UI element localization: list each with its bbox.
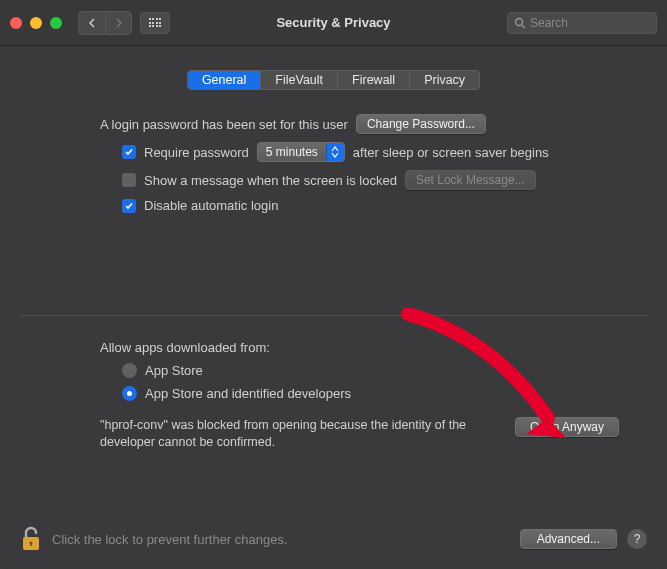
advanced-button[interactable]: Advanced... [520, 529, 617, 549]
close-window-button[interactable] [10, 17, 22, 29]
tab-privacy[interactable]: Privacy [409, 71, 479, 89]
require-password-label: Require password [144, 145, 249, 160]
require-password-checkbox[interactable] [122, 145, 136, 159]
change-password-button[interactable]: Change Password... [356, 114, 486, 134]
show-all-button[interactable] [140, 12, 170, 34]
password-delay-select[interactable]: 5 minutes [257, 142, 345, 162]
window-controls [10, 17, 62, 29]
search-icon [514, 17, 526, 29]
tab-filevault[interactable]: FileVault [260, 71, 337, 89]
search-input[interactable] [530, 16, 650, 30]
content-area: General FileVault Firewall Privacy A log… [0, 46, 667, 525]
lock-hint-text: Click the lock to prevent further change… [52, 532, 288, 547]
radio-identified-devs-label: App Store and identified developers [145, 386, 351, 401]
tab-general[interactable]: General [188, 71, 260, 89]
stepper-icon [326, 143, 344, 161]
nav-back-forward [78, 11, 132, 35]
after-sleep-label: after sleep or screen saver begins [353, 145, 549, 160]
search-field[interactable] [507, 12, 657, 34]
login-password-section: A login password has been set for this u… [20, 90, 647, 316]
preferences-window: Security & Privacy General FileVault Fir… [0, 0, 667, 569]
radio-app-store[interactable] [122, 363, 137, 378]
zoom-window-button[interactable] [50, 17, 62, 29]
svg-point-0 [516, 18, 523, 25]
radio-identified-devs[interactable] [122, 386, 137, 401]
titlebar: Security & Privacy [0, 0, 667, 46]
open-anyway-button[interactable]: Open Anyway [515, 417, 619, 437]
tab-firewall[interactable]: Firewall [337, 71, 409, 89]
gatekeeper-section: Allow apps downloaded from: App Store Ap… [20, 316, 647, 465]
show-message-label: Show a message when the screen is locked [144, 173, 397, 188]
nav-forward-button[interactable] [105, 12, 131, 34]
help-button[interactable]: ? [627, 529, 647, 549]
lock-icon[interactable] [20, 525, 42, 553]
show-message-checkbox[interactable] [122, 173, 136, 187]
nav-back-button[interactable] [79, 12, 105, 34]
svg-rect-6 [30, 543, 32, 546]
blocked-app-message: "hprof-conv" was blocked from opening be… [100, 417, 503, 451]
footer-bar: Click the lock to prevent further change… [0, 525, 667, 569]
tab-bar: General FileVault Firewall Privacy [20, 70, 647, 90]
radio-app-store-label: App Store [145, 363, 203, 378]
disable-auto-login-checkbox[interactable] [122, 199, 136, 213]
password-set-label: A login password has been set for this u… [100, 117, 348, 132]
minimize-window-button[interactable] [30, 17, 42, 29]
disable-auto-login-label: Disable automatic login [144, 198, 278, 213]
allow-apps-heading: Allow apps downloaded from: [100, 340, 270, 355]
set-lock-message-button: Set Lock Message... [405, 170, 536, 190]
svg-line-1 [522, 25, 525, 28]
password-delay-value: 5 minutes [258, 145, 326, 159]
